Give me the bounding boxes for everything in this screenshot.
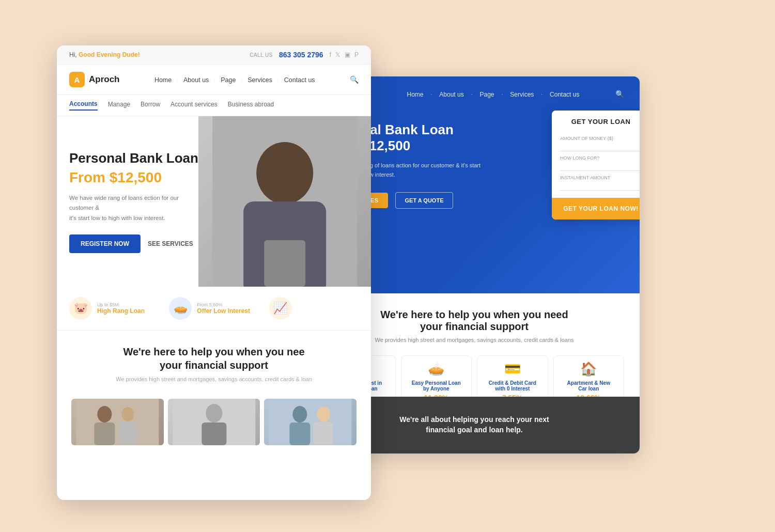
svg-rect-8 [118, 421, 137, 444]
pie-chart-icon: 🥧 [405, 361, 469, 377]
search-icon[interactable]: 🔍 [615, 90, 624, 98]
back-nav-home[interactable]: Home [407, 91, 424, 98]
feature-high-rang-loan: 🐷 Up to $5M High Rang Loan [69, 297, 159, 320]
front-navbar: A Aproch Home · About us · Page · Servic… [57, 65, 371, 95]
svg-rect-16 [314, 422, 333, 445]
loan-field-1-input[interactable] [560, 142, 640, 151]
back-nav-page[interactable]: Page [479, 91, 494, 98]
front-subnav: Accounts Manage Borrow Account services … [57, 95, 371, 116]
front-logo-icon: A [69, 72, 85, 87]
svg-rect-6 [94, 423, 115, 445]
svg-point-5 [97, 406, 112, 423]
back-nav-links: Home · About us · Page · Services · Cont… [407, 89, 580, 99]
svg-point-13 [293, 406, 307, 423]
facebook-icon[interactable]: f [330, 51, 331, 58]
front-nav-contact[interactable]: Contact us [284, 76, 315, 84]
credit-card-icon: 💳 [481, 361, 545, 377]
service-2-name: Easy Personal Loanby Anyone [405, 380, 469, 392]
subnav-accounts[interactable]: Accounts [69, 100, 98, 111]
feature-1-label: Up to $5M [97, 302, 145, 307]
front-search-icon[interactable]: 🔍 [350, 75, 359, 84]
get-loan-now-button[interactable]: GET YOUR LOAN NOW! [552, 198, 640, 220]
loan-field-3: INSTALMENT AMOUNT [560, 175, 640, 191]
see-services-button[interactable]: SEE SERVICES [148, 240, 193, 247]
front-hero-content: Personal Bank Loan From $12,500 We have … [57, 116, 214, 287]
back-nav-services[interactable]: Services [510, 91, 534, 98]
front-hero-desc: We have wide rang of loans ection for ou… [69, 193, 202, 224]
feature-2-label: From 5.60% [197, 302, 250, 307]
photo-2 [168, 399, 260, 445]
call-label: CALL US [250, 52, 273, 58]
front-hero-amount: From $12,500 [69, 169, 202, 186]
person-illustration [198, 116, 371, 287]
front-hero-title: Personal Bank Loan [69, 150, 202, 167]
photo-people-3 [264, 399, 357, 445]
high-loan-icon: 🐷 [69, 297, 92, 320]
front-topbar: Hi, Good Evening Dude! CALL US 863 305 2… [57, 45, 371, 65]
pinterest-icon[interactable]: P [354, 51, 359, 58]
front-hero-buttons: REGISTER NOW SEE SERVICES [69, 234, 202, 253]
front-financial-title: We're here to help you when you neeyour … [69, 345, 359, 372]
topbar-greeting: Hi, Good Evening Dude! [69, 51, 140, 58]
twitter-icon[interactable]: 𝕏 [335, 51, 340, 58]
service-4-name: Apartment & NewCar loan [557, 380, 621, 392]
feature-2-name: Offer Low Interest [197, 307, 250, 315]
subnav-account-services[interactable]: Account services [171, 101, 218, 110]
loan-field-3-input[interactable] [560, 181, 640, 191]
photo-people-2 [168, 399, 260, 445]
svg-point-15 [317, 406, 331, 422]
loan-form-title: GET YOUR LOAN [560, 118, 640, 126]
feature-2-text: From 5.60% Offer Low Interest [197, 302, 250, 315]
piggy-bank-small-icon: 🐷 [74, 302, 88, 315]
topbar-right: CALL US 863 305 2796 f 𝕏 ▣ P [250, 51, 359, 59]
front-nav-services[interactable]: Services [247, 76, 272, 84]
front-logo-name: Aproch [89, 74, 120, 85]
front-photos-row [57, 389, 371, 455]
feature-3-icon: 📈 [269, 297, 292, 320]
social-icons: f 𝕏 ▣ P [330, 51, 359, 58]
loan-field-2: HOW LONG FOR? [560, 155, 640, 171]
call-number: 863 305 2796 [279, 51, 323, 59]
instagram-icon[interactable]: ▣ [345, 51, 350, 58]
front-hero-image [198, 116, 371, 287]
back-get-quote-button[interactable]: GET A QUOTE [395, 192, 454, 209]
svg-point-1 [256, 142, 313, 204]
subnav-borrow[interactable]: Borrow [141, 101, 160, 110]
back-nav-about[interactable]: About us [439, 91, 463, 98]
front-nav-home[interactable]: Home [154, 76, 172, 84]
service-3-name: Credit & Debit Cardwith 0 Interest [481, 380, 545, 392]
loan-field-1: AMOUNT OF MONEY ($) [560, 136, 640, 151]
svg-rect-11 [202, 423, 226, 445]
front-financial-desc: We provides high street and mortgages, s… [69, 376, 359, 382]
loan-form-header: GET YOUR LOAN [552, 111, 640, 131]
front-logo: A Aproch [69, 72, 120, 87]
photo-1 [71, 399, 164, 445]
front-nav-links: Home · About us · Page · Services · Cont… [154, 75, 315, 84]
loan-field-2-input[interactable] [560, 162, 640, 171]
photo-3 [264, 399, 357, 445]
back-nav-contact[interactable]: Contact us [550, 91, 579, 98]
photo-people-1 [71, 399, 164, 445]
low-interest-icon: 🥧 [169, 297, 192, 320]
feature-third: 📈 [269, 297, 359, 320]
loan-form-fields: AMOUNT OF MONEY ($) HOW LONG FOR? INSTAL… [552, 131, 640, 196]
front-nav-about[interactable]: About us [183, 76, 209, 84]
chart-icon: 🥧 [174, 302, 188, 315]
loan-form-card: GET YOUR LOAN AMOUNT OF MONEY ($) HOW LO… [552, 111, 640, 220]
feature-1-name: High Rang Loan [97, 307, 145, 315]
front-features: 🐷 Up to $5M High Rang Loan 🥧 From 5.60% … [57, 287, 371, 331]
subnav-business-abroad[interactable]: Business abroad [228, 101, 274, 110]
feature-low-interest: 🥧 From 5.60% Offer Low Interest [169, 297, 258, 320]
subnav-manage[interactable]: Manage [108, 101, 130, 110]
topbar-name: Good Evening Dude! [79, 51, 140, 58]
loan-field-3-label: INSTALMENT AMOUNT [560, 175, 640, 180]
front-hero: Personal Bank Loan From $12,500 We have … [57, 116, 371, 287]
svg-rect-14 [290, 423, 311, 445]
graph-icon: 📈 [273, 302, 287, 315]
svg-rect-4 [76, 399, 159, 445]
front-nav-page[interactable]: Page [221, 76, 236, 84]
loan-field-2-label: HOW LONG FOR? [560, 155, 640, 161]
register-now-button[interactable]: REGISTER NOW [69, 234, 141, 253]
back-dark-text: We're all about helping you reach your n… [399, 415, 549, 435]
house-icon: 🏠 [557, 361, 621, 377]
